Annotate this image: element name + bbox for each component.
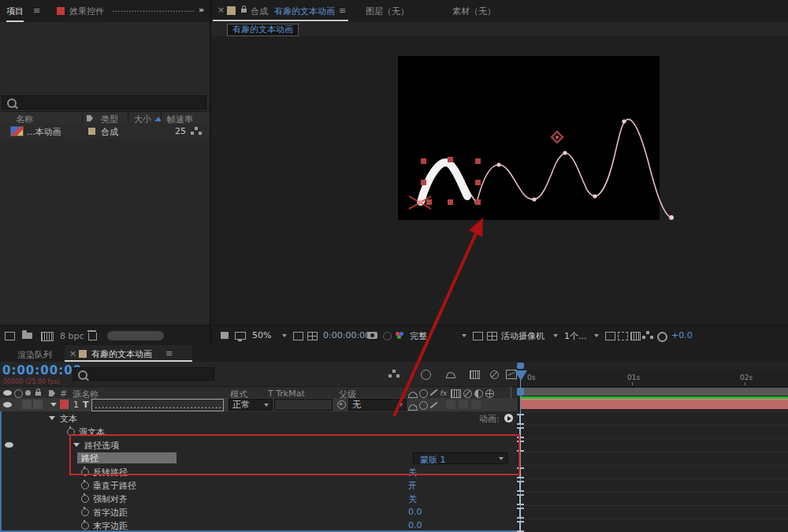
- property-label[interactable]: 反转路径: [93, 467, 128, 478]
- path-label-highlight[interactable]: 路径: [77, 452, 177, 463]
- scrollbar-thumb[interactable]: [107, 331, 164, 340]
- parent-pickwhip-icon[interactable]: [337, 400, 346, 409]
- property-label[interactable]: 首字边距: [93, 507, 128, 519]
- chevron-down-icon[interactable]: [462, 334, 466, 337]
- path-mask-dropdown[interactable]: 蒙版 1: [413, 452, 507, 464]
- stopwatch-icon[interactable]: [81, 482, 89, 489]
- cti-playhead[interactable]: [515, 370, 527, 381]
- exposure-value[interactable]: +0.0: [671, 330, 693, 340]
- interpret-footage-icon[interactable]: [5, 332, 15, 340]
- property-row-reverse-path[interactable]: 反转路径 关: [0, 465, 518, 478]
- property-row-first-margin[interactable]: 首字边距 0.0: [0, 505, 518, 519]
- guides-icon[interactable]: [605, 332, 615, 340]
- motion-blur-icon[interactable]: [490, 370, 499, 379]
- tab-comp-name[interactable]: 有趣的文本动画: [91, 348, 152, 360]
- tab-effect-controls[interactable]: 效果控件: [69, 6, 104, 17]
- menu-icon[interactable]: ≡: [165, 348, 173, 359]
- mask-visibility-icon[interactable]: [618, 332, 628, 340]
- property-row-last-margin[interactable]: 末字边距 0.0: [0, 519, 518, 532]
- frame-blending-icon[interactable]: [470, 370, 480, 379]
- layer-duration-bar[interactable]: [521, 399, 788, 409]
- draft-3d-icon[interactable]: [421, 370, 431, 380]
- parent-dropdown[interactable]: 无: [348, 399, 407, 411]
- work-area-bar[interactable]: [519, 388, 788, 396]
- tab-footage[interactable]: 素材（无）: [452, 6, 496, 17]
- trash-icon[interactable]: [88, 333, 97, 340]
- tab-render-queue[interactable]: 渲染队列: [17, 349, 52, 361]
- bit-depth-label[interactable]: 8 bpc: [60, 331, 84, 341]
- new-composition-icon[interactable]: [41, 332, 54, 341]
- comp-tab-name[interactable]: 有趣的文本动画: [274, 6, 335, 17]
- layer-quality-icon[interactable]: [430, 402, 438, 409]
- tab-comp-active[interactable]: × 有趣的文本动画 ≡: [65, 345, 192, 362]
- region-of-interest-icon[interactable]: [473, 332, 483, 340]
- panel-overflow-chevron[interactable]: »: [199, 5, 204, 15]
- lock-icon[interactable]: [241, 9, 247, 13]
- property-value[interactable]: 关: [408, 467, 417, 478]
- stopwatch-icon[interactable]: [81, 468, 89, 476]
- property-label[interactable]: 源文本: [79, 426, 105, 438]
- chevron-down-icon[interactable]: [594, 334, 599, 337]
- item-name[interactable]: ...本动画: [27, 126, 61, 138]
- time-ruler[interactable]: 0s 01s 02s: [519, 370, 788, 387]
- snapshot-camera-icon[interactable]: [367, 332, 377, 339]
- layer-switch-box[interactable]: [33, 400, 43, 409]
- tag-icon[interactable]: [87, 115, 93, 121]
- shutter-icon[interactable]: [657, 332, 667, 342]
- tab-layer[interactable]: 图层（无）: [366, 6, 409, 17]
- menu-icon[interactable]: ≡: [33, 6, 40, 16]
- close-icon[interactable]: ×: [217, 5, 225, 15]
- comp-tab-prefix[interactable]: 合成: [251, 6, 268, 17]
- pixel-aspect-icon[interactable]: [487, 332, 497, 340]
- show-snapshot-icon[interactable]: [383, 332, 392, 340]
- cti-work-area-handle[interactable]: [517, 388, 524, 396]
- transparency-grid-icon[interactable]: [307, 332, 318, 340]
- layers-panel-icon[interactable]: [221, 332, 229, 339]
- layer-color-swatch[interactable]: [60, 400, 69, 409]
- layer-collapse-icon[interactable]: [419, 401, 428, 410]
- mini-flowchart-icon[interactable]: [646, 331, 649, 334]
- layer-row[interactable]: 1 T ....................................…: [0, 398, 518, 411]
- property-row-text[interactable]: 文本 动画:: [0, 411, 518, 425]
- comp-viewer[interactable]: [211, 36, 788, 325]
- menu-icon[interactable]: ≡: [339, 6, 346, 16]
- layer-twirl-icon[interactable]: [50, 403, 57, 407]
- property-label[interactable]: 末字边距: [93, 520, 128, 532]
- stopwatch-icon[interactable]: [67, 428, 75, 436]
- tab-project[interactable]: 项目: [6, 6, 24, 22]
- project-item-row[interactable]: ...本动画 合成 25: [0, 124, 210, 139]
- property-label[interactable]: 强制对齐: [93, 493, 128, 505]
- property-label[interactable]: 路径选项: [84, 440, 119, 452]
- layer-switch-box[interactable]: [459, 400, 468, 409]
- layer-name-field[interactable]: ........................................…: [91, 399, 224, 411]
- stopwatch-icon[interactable]: [81, 495, 89, 503]
- stopwatch-icon[interactable]: [81, 508, 89, 516]
- channels-icon[interactable]: [396, 332, 400, 336]
- new-folder-icon[interactable]: [22, 333, 32, 339]
- layer-shy-icon[interactable]: [408, 404, 418, 411]
- stopwatch-icon[interactable]: [81, 522, 89, 530]
- blend-mode-dropdown[interactable]: 正常: [229, 399, 273, 411]
- twirl-icon[interactable]: [49, 416, 55, 420]
- hide-shy-layers-icon[interactable]: [446, 372, 455, 378]
- layer-switch-box[interactable]: [22, 400, 32, 409]
- chevron-down-icon[interactable]: [282, 334, 287, 337]
- monitor-icon[interactable]: [235, 332, 246, 340]
- trkmat-box[interactable]: [274, 399, 333, 411]
- property-row-path-options[interactable]: 路径选项: [0, 438, 518, 452]
- layer-switch-box[interactable]: [471, 400, 481, 409]
- property-value[interactable]: 关: [408, 493, 417, 505]
- property-label[interactable]: 垂直于路径: [93, 480, 136, 492]
- property-eye-icon[interactable]: [5, 442, 13, 448]
- property-value[interactable]: 0.0: [408, 520, 422, 530]
- current-timecode[interactable]: 0:00:00:00: [2, 363, 82, 378]
- property-value[interactable]: 0.0: [408, 507, 422, 517]
- view-dropdown[interactable]: 活动摄像机: [501, 330, 545, 342]
- property-row-force-alignment[interactable]: 强制对齐 关: [0, 492, 518, 505]
- twirl-icon[interactable]: [73, 443, 80, 447]
- layer-switch-box[interactable]: [446, 400, 455, 409]
- composition-mini-flowchart-icon[interactable]: [392, 370, 396, 373]
- property-row-source-text[interactable]: 源文本: [0, 425, 518, 438]
- property-row-perpendicular[interactable]: 垂直于路径 开: [0, 478, 518, 492]
- property-label[interactable]: 文本: [60, 413, 77, 425]
